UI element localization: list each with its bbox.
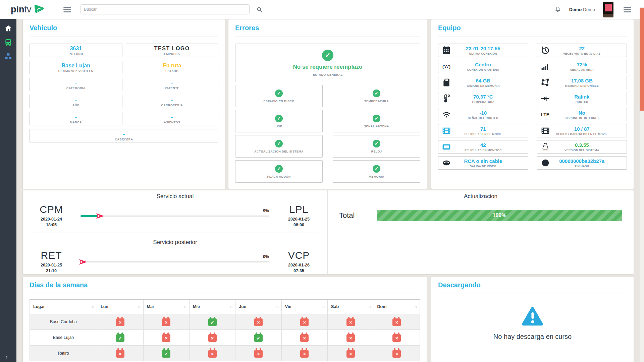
- vector-square-icon: [540, 78, 550, 87]
- panel-errores: Errores ✓ No se requiere reemplazo ESTAD…: [228, 19, 427, 189]
- sort-icon[interactable]: ↑↓: [92, 305, 94, 309]
- calendar-icon: [441, 46, 451, 55]
- cell-value: 3631: [30, 45, 122, 52]
- avatar[interactable]: [603, 2, 613, 17]
- equipo-cell-se-al-del-router: -10 SEÑAL DEL ROUTER: [438, 108, 528, 121]
- cell-value: -: [30, 97, 122, 103]
- column-header-dom[interactable]: Dom ↑↓: [374, 300, 420, 314]
- progress-line: [80, 261, 270, 262]
- column-header-lun[interactable]: Lun ↑↓: [97, 300, 143, 314]
- equipo-cell-temperatura: 70,37 °C TEMPERATURA: [438, 92, 528, 105]
- cell-value: 23-01-20 17:55: [438, 45, 528, 52]
- vehiculo-cell-carroceria: - CARROCERIA: [126, 95, 219, 108]
- equipo-cell-peliculas-en-el-movil: 71 PELICULAS EN EL MOVIL: [438, 124, 528, 137]
- cell-label: ROUTER: [537, 100, 627, 104]
- sort-icon[interactable]: ↑↓: [322, 305, 325, 309]
- calendar-x-icon: ×: [162, 334, 170, 342]
- no-download-message: No hay descarga en curso: [493, 333, 572, 341]
- cell-label: RELOJ: [371, 150, 382, 153]
- service-to-code: LPL: [279, 204, 319, 215]
- cell-label: MEMORIA: [369, 175, 384, 178]
- panel-title-errores: Errores: [235, 24, 420, 32]
- estado-general-cell: ✓ No se requiere reemplazo ESTADO GENERA…: [235, 44, 420, 82]
- menu-toggle-icon[interactable]: [63, 7, 71, 12]
- sidebar-item-home[interactable]: [0, 22, 16, 36]
- table-row: Base Lujan ✓ × × ✓: [30, 329, 420, 345]
- cell-value: -10: [438, 110, 528, 116]
- sort-icon[interactable]: ↑↓: [138, 305, 141, 309]
- cell-label: SEÑAL DEL ROUTER: [438, 116, 528, 120]
- sidebar-item-vehicles[interactable]: [0, 36, 16, 50]
- sort-icon[interactable]: ↑↓: [276, 305, 279, 309]
- progress-arrow-marker-icon: [78, 259, 88, 265]
- page-scrollbar-thumb[interactable]: [640, 8, 644, 111]
- cell-label: EMPRESA: [126, 52, 218, 56]
- equipo-cell-memoria-disponible: 17,08 GB MEMORIA DISPONIBLE: [537, 76, 627, 89]
- cell-day: ×: [189, 329, 235, 345]
- thermometer-icon: [441, 94, 451, 103]
- vehiculo-cell-estado: En ruta ESTADO: [126, 61, 219, 74]
- sort-icon[interactable]: ↑↓: [414, 305, 417, 309]
- service-to-date: 2020-01-25: [279, 217, 319, 222]
- divider: [438, 37, 627, 37]
- cell-day: ×: [235, 314, 281, 329]
- vehiculo-cell-asientos: - ASIENTOS: [126, 112, 219, 125]
- calendar-x-icon: ×: [300, 318, 309, 326]
- cell-label: ASIENTOS: [126, 121, 218, 124]
- cell-label: VECES VISTO EN 30 DIAS: [537, 52, 627, 55]
- circle-icon: [540, 158, 550, 168]
- bell-icon[interactable]: [554, 6, 561, 13]
- cell-value: -: [126, 114, 218, 120]
- cell-day: ✓: [97, 329, 143, 345]
- column-header-mie[interactable]: Mie ↑↓: [189, 300, 235, 314]
- cell-day: ×: [328, 329, 374, 345]
- column-header-vie[interactable]: Vie ↑↓: [281, 300, 327, 314]
- sd-card-icon: [441, 78, 451, 87]
- divider: [30, 294, 420, 294]
- column-header-lugar[interactable]: Lugar ↑↓: [30, 300, 97, 314]
- search-box[interactable]: [80, 4, 250, 14]
- check-circle-icon: ✓: [275, 165, 283, 173]
- sort-icon[interactable]: ↑↓: [184, 305, 186, 309]
- column-header-mar[interactable]: Mar ↑↓: [143, 300, 189, 314]
- calendar-x-icon: ×: [392, 350, 401, 358]
- sidebar-expand-chevron[interactable]: ›: [0, 353, 16, 361]
- cell-label: CABECERA: [30, 138, 218, 141]
- sidebar-item-inventory[interactable]: [0, 50, 16, 64]
- cell-value: -: [30, 114, 122, 120]
- column-header-jue[interactable]: Jue ↑↓: [235, 300, 281, 314]
- cell-label: MEMORIA DISPONIBLE: [537, 84, 627, 87]
- user-menu[interactable]: Demo Demo: [569, 7, 595, 12]
- service-from-code: CPM: [32, 204, 71, 215]
- cell-label: SERIES / CAPITULOS EN EL MOVIL: [537, 132, 627, 136]
- cell-label: CARROCERIA: [126, 104, 218, 107]
- settings-menu-icon[interactable]: [624, 7, 631, 12]
- search-input[interactable]: [84, 7, 246, 12]
- cell-value: 00000000ba32b27a: [537, 158, 627, 164]
- cell-label: CONEXION A ANTENA: [438, 68, 528, 71]
- logo-text: pintv: [11, 4, 32, 15]
- cell-label: PELICULAS EN EL MOVIL: [438, 132, 528, 136]
- service-to-code: VCP: [279, 250, 319, 261]
- cell-label: PELICULAS EN MONITOR: [438, 148, 528, 152]
- cell-value: 72%: [537, 61, 627, 68]
- calendar-check-icon: ✓: [116, 334, 124, 342]
- app-logo[interactable]: pintv: [11, 4, 45, 15]
- sort-icon[interactable]: ↑↓: [368, 305, 371, 309]
- page-scrollbar-track[interactable]: [640, 7, 644, 362]
- vehiculo-cell-interno: 3631 INTERNO: [30, 44, 122, 57]
- cell-value: 71: [438, 126, 528, 132]
- sort-icon[interactable]: ↑↓: [230, 305, 232, 309]
- column-header-sab[interactable]: Sab ↑↓: [328, 300, 374, 314]
- check-circle-icon: ✓: [275, 140, 283, 147]
- search-icon[interactable]: [256, 6, 263, 13]
- table-row: Base Córdoba × × ✓ ×: [30, 314, 420, 329]
- progress-arrow-marker-icon: [96, 213, 105, 219]
- panel-title-vehiculo: Vehiculo: [30, 24, 218, 32]
- service-to-time: 08:00: [279, 222, 319, 228]
- calendar-check-icon: ✓: [208, 318, 217, 326]
- topbar-right: Demo Demo: [554, 2, 631, 17]
- cell-value: -: [30, 79, 122, 86]
- cell-value: Ralink: [537, 94, 627, 100]
- check-circle-icon: ✓: [373, 115, 380, 122]
